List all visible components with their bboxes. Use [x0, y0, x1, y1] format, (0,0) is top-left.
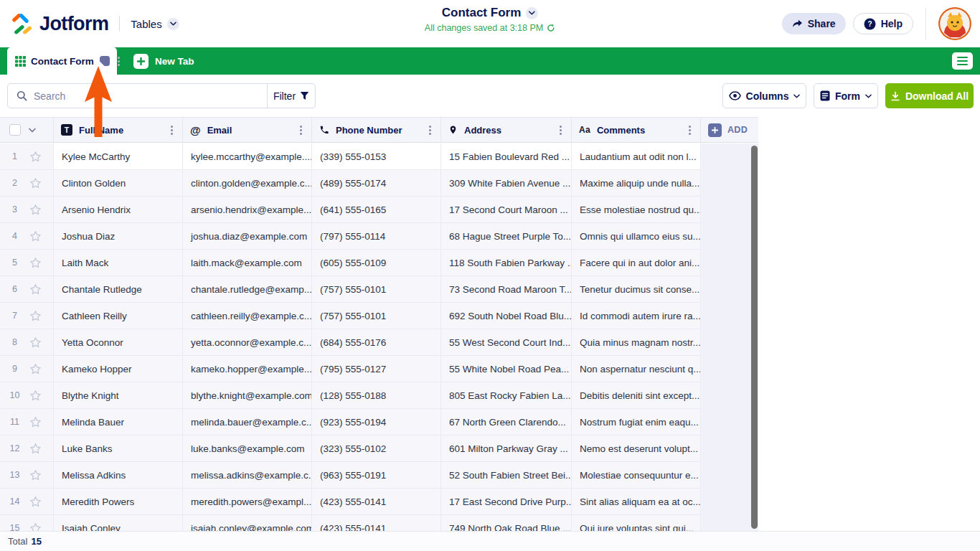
- cell-comment[interactable]: Esse molestiae nostrud qu...: [572, 197, 701, 222]
- cell-full-name[interactable]: Melissa Adkins: [54, 462, 183, 488]
- cell-phone[interactable]: (323) 555-0102: [312, 435, 441, 461]
- cell-phone[interactable]: (605) 555-0109: [312, 250, 441, 276]
- cell-email[interactable]: chantale.rutledge@examp...: [183, 276, 312, 302]
- row-selector[interactable]: 2: [0, 170, 54, 196]
- search-input[interactable]: [34, 90, 258, 102]
- row-selector[interactable]: 12: [0, 435, 54, 461]
- star-icon[interactable]: [29, 151, 42, 163]
- cell-comment[interactable]: Nostrum fugiat enim eaqu...: [572, 409, 701, 435]
- product-chevron-down-icon[interactable]: [167, 18, 179, 30]
- add-column-plus-icon[interactable]: [708, 123, 722, 137]
- cell-phone[interactable]: (923) 555-0194: [312, 409, 441, 435]
- cell-phone[interactable]: (757) 555-0101: [312, 303, 441, 329]
- select-all-checkbox[interactable]: [9, 124, 21, 136]
- product-name[interactable]: Tables: [131, 18, 161, 30]
- cell-full-name[interactable]: Isaiah Conley: [54, 515, 183, 531]
- cell-phone[interactable]: (797) 555-0114: [312, 223, 441, 249]
- cell-full-name[interactable]: Clinton Golden: [54, 170, 183, 196]
- add-column-header[interactable]: ADD: [701, 118, 758, 142]
- cell-address[interactable]: 68 Hague Street Purple To...: [441, 223, 572, 249]
- search-input-wrap[interactable]: [8, 84, 267, 108]
- column-header-address[interactable]: Address: [441, 118, 572, 142]
- cell-full-name[interactable]: Cathleen Reilly: [54, 303, 183, 329]
- cell-address[interactable]: 17 Second Court Maroon ...: [441, 197, 572, 222]
- cell-email[interactable]: luke.banks@example.com: [183, 435, 312, 461]
- row-selector[interactable]: 8: [0, 329, 54, 355]
- cell-email[interactable]: melinda.bauer@example.c...: [183, 409, 312, 435]
- cell-comment[interactable]: Nemo est deserunt volupt...: [572, 435, 701, 461]
- cell-address[interactable]: 52 South Fabien Street Bei...: [441, 462, 572, 488]
- cell-address[interactable]: 55 White Nobel Road Pea...: [441, 356, 572, 382]
- cell-email[interactable]: yetta.oconnor@example.c...: [183, 329, 312, 355]
- cell-comment[interactable]: Tenetur ducimus sit conse...: [572, 276, 701, 302]
- cell-full-name[interactable]: Meredith Powers: [54, 489, 183, 514]
- cell-address[interactable]: 601 Milton Parkway Gray ...: [441, 435, 572, 461]
- cell-full-name[interactable]: Arsenio Hendrix: [54, 197, 183, 222]
- cell-address[interactable]: 73 Second Road Maroon T...: [441, 276, 572, 302]
- row-selector[interactable]: 9: [0, 356, 54, 382]
- cell-address[interactable]: 692 South Nobel Road Blu...: [441, 303, 572, 329]
- cell-phone[interactable]: (684) 555-0176: [312, 329, 441, 355]
- column-menu-kebab-icon[interactable]: [169, 124, 175, 136]
- vertical-scrollbar[interactable]: [751, 146, 758, 529]
- cell-full-name[interactable]: Joshua Diaz: [54, 223, 183, 249]
- share-button[interactable]: Share: [782, 13, 846, 34]
- star-icon[interactable]: [29, 283, 42, 296]
- cell-address[interactable]: 67 North Green Clarendo...: [441, 409, 572, 435]
- cell-comment[interactable]: Non aspernatur nesciunt q...: [572, 356, 701, 382]
- cell-phone[interactable]: (339) 555-0153: [312, 143, 441, 169]
- cell-email[interactable]: arsenio.hendrix@example....: [183, 197, 312, 222]
- cell-email[interactable]: laith.mack@example.com: [183, 250, 312, 276]
- star-icon[interactable]: [29, 390, 42, 402]
- column-menu-kebab-icon[interactable]: [298, 124, 304, 136]
- star-icon[interactable]: [29, 496, 42, 508]
- columns-button[interactable]: Columns: [722, 83, 806, 108]
- form-button[interactable]: Form: [814, 83, 878, 108]
- star-icon[interactable]: [29, 336, 42, 349]
- star-icon[interactable]: [29, 177, 42, 189]
- cell-email[interactable]: blythe.knight@example.com: [183, 382, 312, 408]
- star-icon[interactable]: [29, 522, 42, 532]
- rows-chevron-down-icon[interactable]: [29, 128, 36, 133]
- column-menu-kebab-icon[interactable]: [687, 124, 693, 136]
- cell-full-name[interactable]: Kylee McCarthy: [54, 143, 183, 169]
- cell-address[interactable]: 15 Fabien Boulevard Red ...: [441, 143, 572, 169]
- cell-email[interactable]: cathleen.reilly@example.c...: [183, 303, 312, 329]
- cell-full-name[interactable]: Luke Banks: [54, 435, 183, 461]
- cell-address[interactable]: 55 West Second Court Ind...: [441, 329, 572, 355]
- download-all-button[interactable]: Download All: [885, 83, 974, 108]
- star-icon[interactable]: [29, 469, 42, 481]
- tabs-list-menu-button[interactable]: [952, 52, 973, 70]
- column-header-phone[interactable]: Phone Number: [312, 118, 441, 142]
- row-selector[interactable]: 10: [0, 382, 54, 408]
- cell-email[interactable]: kylee.mccarthy@example....: [183, 143, 312, 169]
- star-icon[interactable]: [29, 257, 42, 269]
- column-menu-kebab-icon[interactable]: [427, 124, 433, 136]
- cell-full-name[interactable]: Blythe Knight: [54, 382, 183, 408]
- help-button[interactable]: ? Help: [853, 13, 913, 34]
- cell-full-name[interactable]: Kameko Hopper: [54, 356, 183, 382]
- cell-phone[interactable]: (963) 555-0191: [312, 462, 441, 488]
- cell-comment[interactable]: Laudantium aut odit non l...: [572, 143, 701, 169]
- row-selector[interactable]: 11: [0, 409, 54, 435]
- cell-address[interactable]: 749 North Oak Road Blue ...: [441, 515, 572, 531]
- cell-address[interactable]: 309 White Fabien Avenue ...: [441, 170, 572, 196]
- cell-full-name[interactable]: Yetta Oconnor: [54, 329, 183, 355]
- column-header-comments[interactable]: Aa Comments: [572, 118, 701, 142]
- column-menu-kebab-icon[interactable]: [557, 124, 564, 136]
- cell-phone[interactable]: (489) 555-0174: [312, 170, 441, 196]
- star-icon[interactable]: [29, 310, 42, 322]
- cell-comment[interactable]: Omnis qui ullamco eius su...: [572, 223, 701, 249]
- note-icon[interactable]: [99, 55, 110, 67]
- star-icon[interactable]: [29, 204, 42, 216]
- cell-email[interactable]: joshua.diaz@example.com: [183, 223, 312, 249]
- cell-phone[interactable]: (423) 555-0141: [312, 489, 441, 514]
- cell-comment[interactable]: Id commodi autem irure ra...: [572, 303, 701, 329]
- cell-address[interactable]: 118 South Fabien Parkway ...: [441, 250, 572, 276]
- tab-menu-kebab-icon[interactable]: [116, 55, 122, 67]
- row-selector[interactable]: 13: [0, 462, 54, 488]
- cell-comment[interactable]: Quia minus magnam nostr...: [572, 329, 701, 355]
- column-header-full-name[interactable]: T Full Name: [54, 118, 183, 142]
- column-header-email[interactable]: @ Email: [183, 118, 312, 142]
- row-selector[interactable]: 7: [0, 303, 54, 329]
